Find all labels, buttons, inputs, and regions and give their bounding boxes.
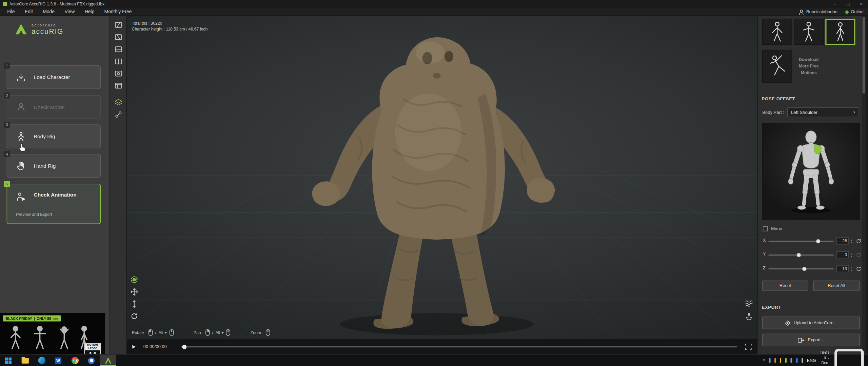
- camera-view-button-4[interactable]: [114, 57, 123, 66]
- start-button[interactable]: [0, 355, 17, 366]
- menu-help[interactable]: Help: [80, 8, 99, 16]
- menu-file[interactable]: File: [2, 8, 20, 16]
- spin-down-icon[interactable]: ▼: [849, 269, 853, 271]
- chrome-button[interactable]: [66, 355, 83, 366]
- menu-mode[interactable]: Mode: [38, 8, 60, 16]
- reset-view-button[interactable]: [130, 312, 138, 320]
- actorcore-logo-icon: [14, 23, 27, 36]
- file-explorer-button[interactable]: [17, 355, 33, 366]
- x-reset-icon[interactable]: [856, 239, 861, 244]
- spin-up-icon[interactable]: ▲: [849, 252, 853, 255]
- gray-tray-icon[interactable]: [791, 358, 792, 363]
- download-line-2: More Free: [799, 63, 819, 70]
- step-hand-rig[interactable]: 4 Hand Rig: [7, 154, 101, 178]
- camera-view-button-6[interactable]: [114, 81, 123, 90]
- scrollbar-thumb[interactable]: [863, 17, 865, 94]
- bone-probe-button[interactable]: [114, 109, 123, 119]
- menu-view[interactable]: View: [60, 8, 80, 16]
- pose-preview-canvas[interactable]: [762, 123, 860, 220]
- x-slider-track[interactable]: [768, 241, 834, 242]
- body-part-select[interactable]: Left Shoulder ▾: [787, 107, 859, 117]
- reset-all-button[interactable]: Reset All: [813, 281, 860, 291]
- zoom-button[interactable]: [130, 300, 138, 308]
- z-slider-thumb[interactable]: [802, 267, 807, 271]
- viewport-3d[interactable]: Total tris : 30220 Character height : 11…: [127, 16, 757, 354]
- hidden-icons-button[interactable]: ^: [763, 358, 765, 363]
- spin-up-icon[interactable]: ▲: [849, 238, 853, 241]
- word-button[interactable]: W: [50, 355, 66, 366]
- character-model[interactable]: [312, 37, 555, 335]
- window-edge: [866, 16, 868, 354]
- x-value-input[interactable]: [836, 237, 849, 244]
- action-center-icon[interactable]: [833, 344, 865, 366]
- mirror-option: Mirror: [763, 226, 783, 231]
- y-axis-label: Y: [763, 252, 766, 257]
- blue-circle-app-button[interactable]: [83, 355, 100, 366]
- timeline-thumb[interactable]: [182, 344, 186, 349]
- 3d-scene[interactable]: [127, 16, 757, 354]
- language-indicator[interactable]: ENG: [807, 358, 816, 363]
- spin-down-icon[interactable]: ▼: [849, 255, 853, 258]
- blue-tray-icon[interactable]: [796, 358, 798, 363]
- close-button[interactable]: ×: [855, 0, 868, 8]
- z-value-input[interactable]: [836, 265, 849, 272]
- fullscreen-icon[interactable]: [745, 343, 752, 350]
- orange-tray-icon[interactable]: [774, 358, 776, 363]
- motion-thumbnail-3-selected[interactable]: [825, 19, 855, 45]
- camera-view-button-3[interactable]: [114, 44, 123, 54]
- camera-view-button-2[interactable]: [114, 32, 123, 42]
- window-controls: – □ ×: [828, 0, 868, 8]
- step-load-character[interactable]: 1 Load Character: [7, 65, 101, 89]
- panel-scrollbar[interactable]: [862, 16, 866, 354]
- mouse-middle-button-icon: [169, 329, 174, 336]
- yellow-tray-icon[interactable]: [780, 358, 782, 363]
- download-more-motions[interactable]: Download More Free Motions: [794, 50, 824, 83]
- step-check-animation[interactable]: 5 Check Animation Preview and Export: [7, 184, 101, 224]
- camera-view-icon: [114, 44, 123, 53]
- x-slider-thumb[interactable]: [816, 239, 820, 243]
- pan-button[interactable]: [130, 288, 138, 296]
- motion-thumbnail-4[interactable]: [762, 50, 792, 83]
- z-reset-icon[interactable]: [856, 266, 861, 271]
- step-5-badge: 5: [4, 181, 10, 187]
- spin-up-icon[interactable]: ▲: [849, 266, 853, 268]
- online-dot-icon: [845, 10, 849, 14]
- network-tray-icon[interactable]: [802, 358, 803, 363]
- viewport-toolbar: [109, 16, 127, 354]
- y-value-input[interactable]: [836, 251, 849, 258]
- camera-view-button-5[interactable]: [114, 68, 123, 78]
- motion-thumbnail-2[interactable]: [794, 19, 824, 45]
- camera-view-button-1[interactable]: [114, 20, 123, 29]
- green-tray-icon[interactable]: [785, 358, 787, 363]
- menu-edit[interactable]: Edit: [20, 8, 38, 16]
- edge-browser-button[interactable]: [33, 355, 50, 366]
- y-reset-icon[interactable]: [856, 252, 861, 258]
- y-slider-track[interactable]: [768, 255, 834, 256]
- spin-down-icon[interactable]: ▼: [849, 241, 853, 244]
- z-slider-track[interactable]: [768, 268, 834, 269]
- minimize-button[interactable]: –: [828, 0, 841, 8]
- reset-button[interactable]: Reset: [762, 281, 808, 291]
- step-4-label: Hand Rig: [34, 163, 56, 169]
- orbit-button[interactable]: [130, 276, 138, 284]
- camera-view-icon: [114, 57, 123, 65]
- windows-logo-icon: [5, 357, 12, 364]
- maximize-button[interactable]: □: [842, 0, 855, 8]
- bluetooth-tray-icon[interactable]: [769, 358, 771, 363]
- play-button[interactable]: ▶: [132, 344, 139, 349]
- mirror-checkbox[interactable]: [763, 226, 768, 231]
- clock[interactable]: 19:01 01-Dec-24: [820, 351, 829, 366]
- anchor-button[interactable]: [745, 312, 753, 320]
- upload-to-actorcore-button[interactable]: Upload to ActorCore...: [762, 317, 860, 329]
- floor-contact-button[interactable]: [745, 299, 753, 307]
- menu-monthly-free[interactable]: Monthly Free: [99, 8, 137, 16]
- accurig-taskbar-button[interactable]: [100, 355, 116, 366]
- y-slider-thumb[interactable]: [797, 253, 801, 257]
- user-name: Buncicslobodan: [806, 9, 837, 15]
- layers-button[interactable]: [114, 97, 123, 107]
- account-menu[interactable]: Buncicslobodan: [799, 9, 837, 15]
- x-slider-row: X ▲▼: [758, 237, 862, 245]
- motion-thumbnail-1[interactable]: [762, 19, 792, 45]
- timeline-scrubber[interactable]: [181, 346, 737, 347]
- camera-view-icon: [114, 20, 123, 29]
